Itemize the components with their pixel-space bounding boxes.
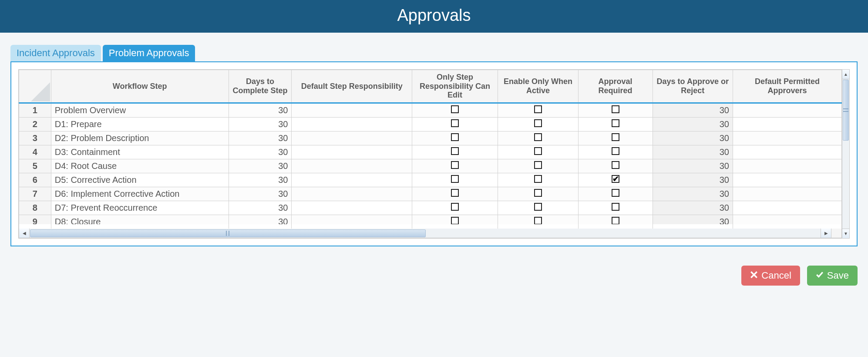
tab-problem-approvals[interactable]: Problem Approvals [103, 45, 195, 61]
cell-default-resp[interactable] [292, 173, 412, 187]
checkbox[interactable] [612, 105, 619, 113]
cell-enable-active[interactable] [498, 215, 578, 229]
checkbox[interactable] [534, 203, 542, 211]
cell-only-step[interactable] [412, 215, 498, 229]
table-row[interactable]: 4D3: Containment3030 [19, 145, 842, 159]
cell-default-resp[interactable] [292, 131, 412, 145]
col-default-approvers[interactable]: Default Permitted Approvers [733, 70, 841, 103]
col-enable-active[interactable]: Enable Only When Active [498, 70, 578, 103]
cell-enable-active[interactable] [498, 159, 578, 173]
cell-enable-active[interactable] [498, 145, 578, 159]
cell-workflow-step[interactable]: D1: Prepare [51, 118, 229, 131]
row-number[interactable]: 5 [19, 159, 51, 173]
cell-days-approve[interactable]: 30 [653, 145, 733, 159]
cell-approval-required[interactable] [578, 215, 653, 229]
cell-days-approve[interactable]: 30 [653, 187, 733, 201]
cell-workflow-step[interactable]: D2: Problem Description [51, 131, 229, 145]
cell-default-approvers[interactable] [733, 159, 841, 173]
cell-days-approve[interactable]: 30 [653, 103, 733, 118]
cell-only-step[interactable] [412, 103, 498, 118]
cell-workflow-step[interactable]: D4: Root Cause [51, 159, 229, 173]
cell-only-step[interactable] [412, 159, 498, 173]
cell-approval-required[interactable] [578, 173, 653, 187]
hscroll-track[interactable] [30, 229, 821, 238]
cell-only-step[interactable] [412, 131, 498, 145]
row-number[interactable]: 7 [19, 187, 51, 201]
cell-only-step[interactable] [412, 173, 498, 187]
hscroll-thumb[interactable] [30, 229, 426, 237]
table-row[interactable]: 1Problem Overview3030 [19, 103, 842, 118]
cell-default-approvers[interactable] [733, 118, 841, 131]
col-workflow-step[interactable]: Workflow Step [51, 70, 229, 103]
col-default-resp[interactable]: Default Step Responsibility [292, 70, 412, 103]
checkbox[interactable] [534, 119, 542, 127]
cell-approval-required[interactable] [578, 103, 653, 118]
cell-enable-active[interactable] [498, 131, 578, 145]
cell-workflow-step[interactable]: D6: Implement Corrective Action [51, 187, 229, 201]
cancel-button[interactable]: Cancel [741, 266, 800, 286]
vscroll-thumb[interactable] [843, 80, 849, 141]
cell-days-complete[interactable]: 30 [229, 103, 292, 118]
checkbox[interactable] [534, 175, 542, 183]
table-row[interactable]: 9D8: Closure3030 [19, 215, 842, 229]
cell-enable-active[interactable] [498, 118, 578, 131]
checkbox[interactable] [612, 147, 619, 155]
horizontal-scrollbar[interactable]: ◀ ▶ [19, 229, 842, 238]
checkbox[interactable] [612, 133, 619, 141]
checkbox[interactable] [451, 161, 459, 169]
cell-default-approvers[interactable] [733, 145, 841, 159]
cell-default-approvers[interactable] [733, 173, 841, 187]
col-only-step[interactable]: Only Step Responsibility Can Edit [412, 70, 498, 103]
cell-enable-active[interactable] [498, 187, 578, 201]
cell-days-complete[interactable]: 30 [229, 201, 292, 215]
cell-default-approvers[interactable] [733, 131, 841, 145]
cell-days-complete[interactable]: 30 [229, 131, 292, 145]
cell-default-approvers[interactable] [733, 103, 841, 118]
row-number[interactable]: 3 [19, 131, 51, 145]
tab-incident-approvals[interactable]: Incident Approvals [10, 45, 101, 61]
scroll-down-arrow-icon[interactable]: ▼ [842, 229, 849, 238]
cell-days-approve[interactable]: 30 [653, 173, 733, 187]
row-number[interactable]: 9 [19, 215, 51, 229]
checkbox[interactable] [612, 161, 619, 169]
table-row[interactable]: 5D4: Root Cause3030 [19, 159, 842, 173]
cell-only-step[interactable] [412, 201, 498, 215]
cell-workflow-step[interactable]: D7: Prevent Reoccurrence [51, 201, 229, 215]
checkbox[interactable] [451, 147, 459, 155]
cell-default-resp[interactable] [292, 145, 412, 159]
cell-days-complete[interactable]: 30 [229, 187, 292, 201]
checkbox[interactable] [534, 105, 542, 113]
checkbox[interactable] [534, 189, 542, 197]
cell-days-complete[interactable]: 30 [229, 173, 292, 187]
cell-only-step[interactable] [412, 145, 498, 159]
cell-approval-required[interactable] [578, 131, 653, 145]
cell-days-complete[interactable]: 30 [229, 159, 292, 173]
cell-default-approvers[interactable] [733, 187, 841, 201]
cell-days-approve[interactable]: 30 [653, 215, 733, 229]
cell-workflow-step[interactable]: D8: Closure [51, 215, 229, 229]
save-button[interactable]: Save [807, 266, 858, 286]
vertical-scrollbar[interactable]: ▲ ▼ [842, 69, 850, 239]
checkbox[interactable] [451, 133, 459, 141]
scroll-up-arrow-icon[interactable]: ▲ [842, 70, 849, 79]
checkbox[interactable] [612, 175, 619, 183]
cell-approval-required[interactable] [578, 118, 653, 131]
cell-default-resp[interactable] [292, 103, 412, 118]
checkbox[interactable] [612, 119, 619, 127]
cell-default-resp[interactable] [292, 118, 412, 131]
select-all-corner[interactable] [19, 70, 51, 103]
cell-days-approve[interactable]: 30 [653, 131, 733, 145]
scroll-left-arrow-icon[interactable]: ◀ [19, 229, 30, 238]
cell-days-complete[interactable]: 30 [229, 118, 292, 131]
checkbox[interactable] [451, 119, 459, 127]
col-approval-required[interactable]: Approval Required [578, 70, 653, 103]
scroll-right-arrow-icon[interactable]: ▶ [821, 229, 831, 238]
row-number[interactable]: 6 [19, 173, 51, 187]
table-row[interactable]: 6D5: Corrective Action3030 [19, 173, 842, 187]
cell-workflow-step[interactable]: Problem Overview [51, 103, 229, 118]
cell-default-resp[interactable] [292, 215, 412, 229]
cell-enable-active[interactable] [498, 201, 578, 215]
row-number[interactable]: 2 [19, 118, 51, 131]
cell-default-approvers[interactable] [733, 201, 841, 215]
cell-approval-required[interactable] [578, 187, 653, 201]
